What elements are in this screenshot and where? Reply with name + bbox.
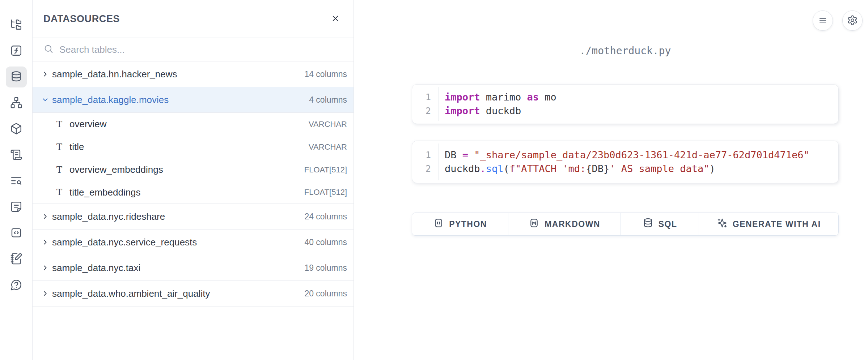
add-button-label: GENERATE WITH AI xyxy=(733,219,821,229)
column-row[interactable]: TtitleVARCHAR xyxy=(33,136,353,158)
table-name: sample_data.kaggle.movies xyxy=(52,94,169,106)
column-count: 14 columns xyxy=(304,69,347,79)
table-row[interactable]: sample_data.kaggle.movies4 columns xyxy=(33,87,353,113)
code-line: 1import marimo as mo xyxy=(412,90,838,104)
code-line: 1DB = "_share/sample_data/23b0d623-1361-… xyxy=(412,148,838,162)
column-count: 4 columns xyxy=(309,95,347,105)
column-type: VARCHAR xyxy=(309,142,347,152)
database-icon xyxy=(643,218,653,231)
rail-item-packages[interactable] xyxy=(6,119,27,140)
sparkles-icon xyxy=(717,218,728,231)
table-row[interactable]: sample_data.nyc.service_requests40 colum… xyxy=(33,230,353,255)
line-number: 1 xyxy=(412,90,431,104)
column-type: VARCHAR xyxy=(309,120,347,129)
folder-tree-icon xyxy=(10,18,22,32)
column-count: 24 columns xyxy=(304,212,347,222)
square-code-icon xyxy=(10,227,22,240)
close-icon xyxy=(331,14,340,24)
notebook-pen-icon xyxy=(10,253,22,266)
message-question-icon xyxy=(10,279,22,292)
chevron-right-icon xyxy=(41,70,49,78)
table-row[interactable]: sample_data.hn.hacker_news14 columns xyxy=(33,61,353,87)
hamburger-menu-icon xyxy=(818,15,828,26)
add-button-label: MARKDOWN xyxy=(545,219,600,229)
search-icon xyxy=(43,44,54,55)
line-number: 2 xyxy=(412,104,431,118)
column-name: title_embeddings xyxy=(69,187,141,198)
table-name: sample_data.nyc.rideshare xyxy=(52,211,165,222)
notebook-filename: ./motherduck.py xyxy=(412,45,839,57)
column-type: FLOAT[512] xyxy=(304,188,347,197)
chevron-down-icon xyxy=(41,96,49,104)
notebook-area: ./motherduck.py 1import marimo as mo2imp… xyxy=(354,0,868,360)
line-number: 1 xyxy=(412,148,431,162)
column-row[interactable]: ToverviewVARCHAR xyxy=(33,113,353,136)
column-name: title xyxy=(69,141,84,153)
close-panel-button[interactable] xyxy=(327,11,343,27)
chevron-right-icon xyxy=(41,290,49,297)
add-cell-bar: PYTHONMARKDOWNSQLGENERATE WITH AI xyxy=(412,213,839,236)
column-row[interactable]: Ttitle_embeddingsFLOAT[512] xyxy=(33,181,353,204)
rail-item-documentation[interactable] xyxy=(6,197,27,218)
add-button-label: SQL xyxy=(659,219,677,229)
column-type: FLOAT[512] xyxy=(304,165,347,175)
tables-list: sample_data.hn.hacker_news14 columnssamp… xyxy=(33,61,353,307)
table-row[interactable]: sample_data.nyc.rideshare24 columns xyxy=(33,204,353,230)
chevron-right-icon xyxy=(41,213,49,220)
activity-rail xyxy=(0,0,33,360)
code-line: 2duckdb.sql(f"ATTACH 'md:{DB}' AS sample… xyxy=(412,162,838,176)
gutter-divider xyxy=(439,143,439,180)
column-row[interactable]: Toverview_embeddingsFLOAT[512] xyxy=(33,158,353,181)
rail-item-scratchpad[interactable] xyxy=(6,249,27,270)
column-name: overview_embeddings xyxy=(69,164,163,175)
column-name: overview xyxy=(69,119,107,130)
code-text: DB = "_share/sample_data/23b0d623-1361-4… xyxy=(445,148,809,162)
text-search-icon xyxy=(10,175,22,188)
type-text-icon: T xyxy=(56,119,66,129)
rail-item-logs[interactable] xyxy=(6,145,27,166)
scroll-text-icon xyxy=(10,149,22,162)
code-text: duckdb.sql(f"ATTACH 'md:{DB}' AS sample_… xyxy=(445,162,715,176)
search-tables-input[interactable] xyxy=(59,44,343,55)
settings-button[interactable] xyxy=(842,10,863,31)
rail-item-search-logs[interactable] xyxy=(6,171,27,192)
table-row[interactable]: sample_data.nyc.taxi19 columns xyxy=(33,255,353,281)
square-chevrons-icon xyxy=(433,218,444,231)
type-text-icon: T xyxy=(56,142,66,152)
notebook-menu-button[interactable] xyxy=(813,10,833,31)
rail-item-datasources[interactable] xyxy=(6,67,27,87)
column-count: 20 columns xyxy=(304,289,347,299)
rail-item-dependencies[interactable] xyxy=(6,93,27,113)
add-markdown-button[interactable]: MARKDOWN xyxy=(508,213,621,235)
code-text: import duckdb xyxy=(445,104,521,118)
table-name: sample_data.hn.hacker_news xyxy=(52,69,177,80)
network-icon xyxy=(10,97,22,110)
column-count: 19 columns xyxy=(304,263,347,273)
type-text-icon: T xyxy=(56,165,66,175)
box-icon xyxy=(10,123,22,136)
table-row[interactable]: sample_data.who.ambient_air_quality20 co… xyxy=(33,281,353,307)
code-cell[interactable]: 1DB = "_share/sample_data/23b0d623-1361-… xyxy=(412,141,839,183)
column-count: 40 columns xyxy=(304,237,347,247)
panel-title: DATASOURCES xyxy=(43,13,120,25)
database-icon xyxy=(10,70,22,84)
type-text-icon: T xyxy=(56,187,66,197)
table-name: sample_data.nyc.service_requests xyxy=(52,237,197,248)
rail-item-snippets[interactable] xyxy=(6,223,27,244)
add-button-label: PYTHON xyxy=(449,219,487,229)
code-cell[interactable]: 1import marimo as mo2import duckdb xyxy=(412,84,839,124)
rail-item-help[interactable] xyxy=(6,275,27,296)
code-line: 2import duckdb xyxy=(412,104,838,118)
table-name: sample_data.nyc.taxi xyxy=(52,262,140,274)
panel-header: DATASOURCES xyxy=(33,0,353,38)
rail-item-variables[interactable] xyxy=(6,40,27,61)
add-generate-with-ai-button[interactable]: GENERATE WITH AI xyxy=(699,213,838,235)
add-sql-button[interactable]: SQL xyxy=(621,213,699,235)
chevron-right-icon xyxy=(41,238,49,246)
sticky-note-icon xyxy=(10,201,22,214)
add-python-button[interactable]: PYTHON xyxy=(412,213,508,235)
line-number: 2 xyxy=(412,162,431,176)
rail-item-file-explorer[interactable] xyxy=(6,14,27,35)
gear-icon xyxy=(847,15,858,27)
datasources-panel: DATASOURCES sample_data.hn.hacker_news14… xyxy=(33,0,354,360)
